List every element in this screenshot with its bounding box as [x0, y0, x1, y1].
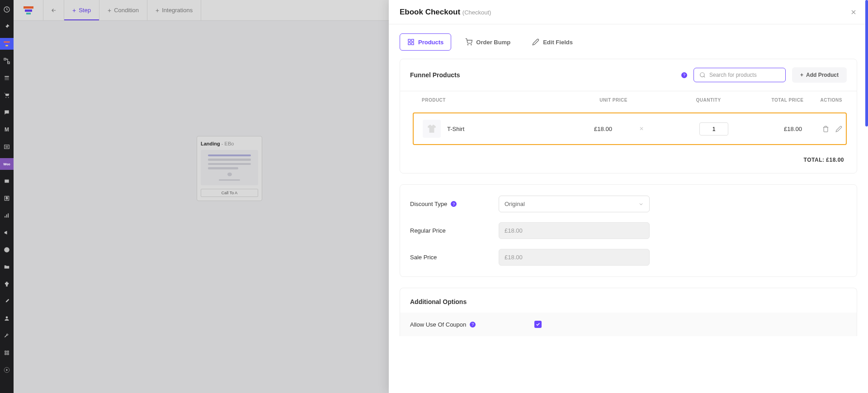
help-icon[interactable]: ? [451, 201, 457, 207]
product-thumbnail [423, 120, 441, 138]
svg-rect-3 [5, 45, 8, 47]
sale-price-label: Sale Price [410, 254, 499, 261]
plus-icon: + [800, 72, 803, 78]
svg-point-33 [700, 73, 704, 77]
svg-rect-2 [5, 43, 9, 45]
list-icon[interactable] [0, 141, 14, 153]
svg-rect-21 [5, 353, 6, 355]
tab-products[interactable]: Products [400, 33, 451, 51]
pin-icon[interactable] [0, 21, 14, 33]
pencil-icon [532, 38, 539, 46]
svg-rect-11 [5, 180, 9, 183]
svg-text:S: S [6, 196, 8, 200]
funnel-icon[interactable] [0, 38, 14, 50]
discount-type-label: Discount Type ? [410, 201, 499, 207]
add-product-button[interactable]: + Add Product [792, 67, 847, 83]
grid-icon [407, 38, 415, 46]
modal-header: Ebook Checkout (Checkout) [389, 0, 868, 24]
svg-point-32 [471, 44, 472, 45]
trash-icon[interactable] [822, 126, 829, 132]
folder-icon[interactable] [0, 261, 14, 273]
col-quantity: QUANTITY [659, 98, 758, 103]
svg-rect-1 [4, 42, 9, 43]
product-name: T-Shirt [447, 126, 464, 132]
regular-price-input: £18.00 [499, 222, 650, 239]
product-search[interactable] [693, 68, 786, 82]
quantity-input[interactable] [699, 122, 728, 136]
svg-point-31 [468, 44, 468, 45]
regular-price-label: Regular Price [410, 227, 499, 234]
products-table-header: PRODUCT UNIT PRICE QUANTITY TOTAL PRICE … [400, 91, 857, 109]
products-grand-total: TOTAL: £18.00 [400, 149, 857, 173]
help-icon[interactable]: ? [681, 72, 687, 78]
book-icon[interactable] [0, 72, 14, 84]
modal-title: Ebook Checkout (Checkout) [400, 8, 491, 17]
col-actions: ACTIONS [817, 98, 847, 103]
help-icon[interactable]: ? [470, 322, 476, 328]
svg-rect-15 [6, 215, 7, 218]
svg-rect-14 [5, 216, 5, 218]
coupon-checkbox[interactable] [534, 321, 542, 328]
unit-price-value: £18.00 [594, 126, 612, 132]
svg-point-18 [6, 316, 8, 318]
discount-panel: Discount Type ? Original Regular Price £… [400, 184, 857, 277]
svg-rect-29 [408, 42, 410, 45]
cart-icon [465, 38, 472, 46]
discount-type-select[interactable]: Original [499, 196, 650, 212]
archive-icon[interactable] [0, 175, 14, 187]
cart-icon[interactable] [0, 89, 14, 101]
svg-point-7 [8, 97, 9, 98]
modal-scrollbar[interactable] [865, 0, 868, 126]
search-input[interactable] [709, 72, 780, 78]
col-total-price: TOTAL PRICE [758, 98, 817, 103]
play-icon[interactable] [0, 364, 14, 376]
svg-rect-16 [8, 213, 9, 217]
metrics-icon[interactable]: M [0, 124, 14, 136]
settings-icon[interactable] [0, 347, 14, 359]
comment-icon[interactable] [0, 107, 14, 118]
svg-rect-8 [5, 145, 9, 149]
additional-options-title: Additional Options [400, 288, 857, 313]
wp-sidebar: M Woo S [0, 0, 14, 393]
tab-order-bump[interactable]: Order Bump [458, 33, 518, 51]
remove-icon[interactable]: ✕ [639, 126, 644, 132]
brush-icon[interactable] [0, 295, 14, 307]
search-icon [699, 72, 706, 78]
svg-rect-30 [411, 42, 414, 45]
analytics-icon[interactable] [0, 210, 14, 221]
coupon-label: Allow Use Of Coupon ? [410, 321, 476, 328]
modal-tabs: Products Order Bump Edit Fields [389, 24, 868, 51]
svg-rect-28 [411, 39, 414, 42]
chevron-down-icon [638, 201, 644, 207]
additional-options-panel: Additional Options Allow Use Of Coupon ? [400, 288, 857, 336]
col-unit-price: UNIT PRICE [568, 98, 659, 103]
close-icon[interactable] [850, 9, 857, 16]
plugin-icon[interactable] [0, 278, 14, 290]
funnel-products-panel: Funnel Products ? + Add Product PRODUCT [400, 59, 857, 173]
flow-icon[interactable] [0, 55, 14, 67]
checkout-modal: Ebook Checkout (Checkout) Products Order… [389, 0, 868, 393]
dollar-icon[interactable]: S [0, 192, 14, 204]
svg-rect-20 [7, 351, 9, 352]
svg-point-17 [4, 247, 9, 253]
woo-icon[interactable]: Woo [0, 158, 14, 170]
svg-rect-22 [7, 353, 9, 355]
svg-rect-27 [408, 39, 410, 42]
sale-price-input: £18.00 [499, 249, 650, 266]
row-total-value: £18.00 [764, 126, 822, 132]
tab-edit-fields[interactable]: Edit Fields [524, 33, 580, 51]
svg-rect-4 [4, 58, 6, 60]
product-row: T-Shirt £18.00 ✕ £18.00 [413, 112, 847, 145]
dashboard-icon[interactable] [0, 4, 14, 15]
user-icon[interactable] [0, 313, 14, 324]
funnel-products-title: Funnel Products [410, 71, 460, 79]
modal-body: Funnel Products ? + Add Product PRODUCT [389, 51, 868, 393]
check-icon [536, 322, 540, 327]
elementor-icon[interactable] [0, 244, 14, 256]
svg-rect-19 [5, 351, 6, 352]
svg-point-6 [5, 97, 6, 98]
megaphone-icon[interactable] [0, 227, 14, 239]
col-product: PRODUCT [410, 98, 568, 103]
edit-icon[interactable] [835, 126, 842, 132]
wrench-icon[interactable] [0, 330, 14, 342]
